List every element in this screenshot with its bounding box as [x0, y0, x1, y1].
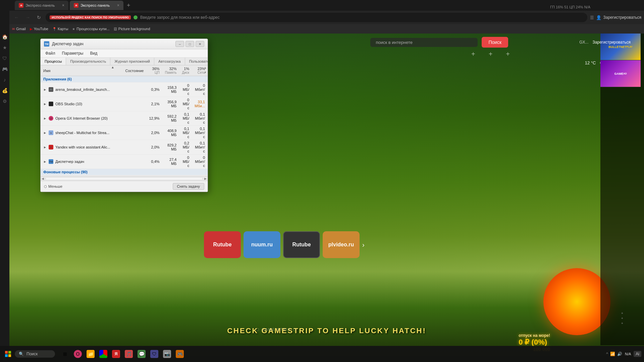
taskbar-right: ^ 📶 🔊 N/A Ai: [606, 351, 641, 357]
rutube2-card[interactable]: Rutube: [283, 231, 320, 258]
app8[interactable]: 🛡: [148, 348, 160, 360]
bookmark-gmail[interactable]: ✉ Gmail: [12, 27, 26, 31]
address-bar[interactable]: ИСПОЛЬЗУЙ ЯНДЕКС КАК ПОИСК ПО УМОЛЧАНИЮ …: [46, 13, 587, 22]
search-button-main[interactable]: Поиск: [482, 37, 508, 48]
tm-tab-performance[interactable]: Производительность: [66, 58, 110, 65]
tm-table-container[interactable]: ▲ Имя Состояние 36% ЦП 32%: [41, 65, 208, 176]
sidebar-settings[interactable]: ⚙: [1, 98, 8, 105]
tray-arrow[interactable]: ^: [606, 352, 608, 356]
col-cpu[interactable]: 36% ЦП: [146, 65, 162, 76]
volume-icon-tb[interactable]: 🔊: [617, 352, 622, 356]
table-row[interactable]: ▶TMДиспетчер задач 0,4% 27,4 МБ 0 МБ/с 0…: [41, 155, 208, 169]
tm-tab-startup[interactable]: Автозагрузка: [154, 58, 185, 65]
table-row[interactable]: ▶⬤OBS Studio (10) 2,1% 356,9 МБ 0 МБ/с 3…: [41, 97, 208, 111]
expand-icon[interactable]: ▶: [43, 131, 47, 134]
bookmark-youtube[interactable]: ▶ YouTube: [30, 27, 48, 31]
title-bar: Я Экспресс-панель × Я Экспресс-панель × …: [9, 0, 644, 11]
new-tab-button[interactable]: +: [125, 1, 132, 10]
register-button[interactable]: Зарегистрироваться: [603, 15, 641, 20]
col-name[interactable]: Имя: [41, 65, 123, 76]
yandex-app[interactable]: Я: [110, 348, 122, 360]
bg-section-header: Фоновые процессы (90): [41, 169, 208, 175]
back-button[interactable]: ←: [12, 13, 21, 21]
process-cpu: 2,0%: [146, 126, 162, 140]
sidebar-star[interactable]: ★: [1, 44, 8, 51]
table-row[interactable]: ▶ssheepChat - Multichat for Strea... 2,0…: [41, 126, 208, 140]
app7[interactable]: 💬: [136, 348, 148, 360]
tm-icon: TM: [44, 41, 49, 47]
plvideo-card[interactable]: plvideo.ru: [323, 231, 360, 258]
search-bar-main[interactable]: поиск в интернете: [370, 38, 478, 47]
expand-icon[interactable]: ▶: [43, 102, 47, 106]
tab-1-close[interactable]: ×: [62, 3, 64, 8]
expand-icon[interactable]: ▶: [43, 145, 47, 149]
ai-label[interactable]: Ai: [634, 351, 641, 357]
table-row[interactable]: ▶YYandex with voice assistant Alic... 2,…: [41, 140, 208, 155]
app6[interactable]: 🎵: [123, 348, 135, 360]
scroll-up-btn[interactable]: ▲: [203, 65, 208, 70]
bookmark-maps[interactable]: 📍 Карты: [52, 27, 68, 31]
rutube-card[interactable]: Rutube: [204, 231, 241, 258]
tm-minimize-btn[interactable]: –: [175, 41, 184, 47]
chrome-app[interactable]: [97, 348, 109, 360]
expand-icon[interactable]: ▶: [43, 88, 47, 91]
tab-2-favicon: Я: [74, 3, 78, 8]
sidebar-shield[interactable]: 🛡: [1, 55, 8, 62]
explorer-app[interactable]: 📁: [85, 348, 97, 360]
bookmark-processors[interactable]: ★ Процессоры купи...: [72, 27, 109, 31]
app9[interactable]: 📷: [161, 348, 173, 360]
table-row[interactable]: ▶OOpera GX Internet Browser (20) 12,9% 5…: [41, 111, 208, 126]
scroll-left-btn[interactable]: ◀: [41, 177, 45, 180]
tm-tab-processes[interactable]: Процессы: [41, 58, 66, 65]
forward-button[interactable]: →: [23, 13, 32, 21]
bookmark-picture[interactable]: 🖼 Picture background: [114, 27, 150, 31]
col-state[interactable]: Состояние: [123, 65, 147, 76]
kill-task-button[interactable]: Снять задачу: [173, 183, 205, 190]
tab-2[interactable]: Я Экспресс-панель ×: [70, 1, 123, 10]
extensions-icon[interactable]: ☰: [590, 15, 594, 20]
expand-icon[interactable]: ▶: [43, 117, 47, 120]
nuum-card[interactable]: nuum.ru: [244, 231, 280, 258]
tm-menu-view[interactable]: Вид: [88, 50, 99, 57]
tm-menu-params[interactable]: Параметры: [60, 50, 86, 57]
expand-icon[interactable]: ▶: [43, 160, 47, 163]
tab-1[interactable]: Я Экспресс-панель ×: [15, 1, 68, 10]
tm-tab-users[interactable]: Пользователи: [185, 58, 208, 65]
sidebar-game[interactable]: 🎮: [1, 66, 8, 72]
tm-tab-apphistory[interactable]: Журнал приложений: [110, 58, 154, 65]
col-disk[interactable]: 1% Диск: [179, 65, 192, 76]
refresh-button[interactable]: ↻: [35, 13, 43, 21]
table-row[interactable]: ▶🎮arena_breakout_infinite_launch... 0,3%…: [41, 82, 208, 97]
start-button[interactable]: [3, 349, 13, 359]
process-name-text: OBS Studio (10): [55, 102, 82, 106]
process-name-text: Диспетчер задач: [55, 160, 84, 164]
register-btn-main[interactable]: Зарегистрироваться: [593, 40, 631, 45]
sidebar-home[interactable]: 🏠: [1, 34, 8, 40]
scroll-down-btn[interactable]: ▼: [203, 70, 208, 75]
taskview-button[interactable]: ⊞: [59, 348, 71, 360]
app10[interactable]: 🎮: [174, 348, 186, 360]
col-memory[interactable]: 32% Память: [162, 65, 179, 76]
h-scrollbar-track[interactable]: [46, 177, 203, 180]
taskbar-search[interactable]: 🔍 Поиск: [15, 350, 55, 358]
profile-icon[interactable]: 👤: [596, 15, 601, 20]
network-icon-tb[interactable]: 📶: [610, 352, 615, 356]
game-thumb-2[interactable]: GAMEAD: [600, 60, 641, 87]
less-button[interactable]: ⬡ Меньше: [44, 184, 62, 188]
horizontal-scroll[interactable]: ◀ ▶: [41, 176, 208, 181]
scroll-right-btn[interactable]: ▶: [203, 177, 208, 180]
add-site-3[interactable]: +: [506, 50, 510, 58]
add-site-1[interactable]: +: [471, 50, 475, 58]
next-sites-btn[interactable]: ›: [362, 241, 365, 249]
tab-2-close[interactable]: ×: [117, 3, 119, 8]
sidebar-music[interactable]: ♪: [1, 76, 8, 83]
tm-maximize-btn[interactable]: □: [185, 41, 194, 47]
app6-icon: 🎵: [125, 350, 133, 358]
process-name-text: Yandex with voice assistant Alic...: [55, 145, 110, 149]
tm-menu-file[interactable]: Файл: [43, 50, 57, 57]
add-site-2[interactable]: +: [489, 50, 493, 58]
tm-close-btn[interactable]: ✕: [196, 41, 204, 47]
sidebar-wallet[interactable]: 💰: [1, 87, 8, 94]
clock[interactable]: N/A: [625, 352, 631, 356]
opera-app[interactable]: O: [72, 348, 84, 360]
